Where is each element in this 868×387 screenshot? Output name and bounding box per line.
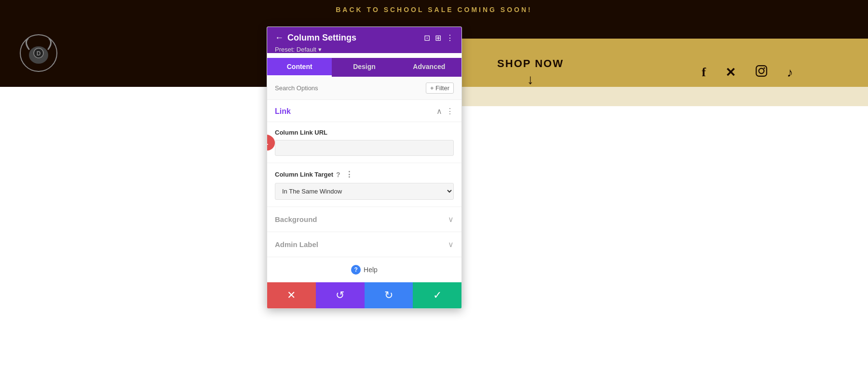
panel-title-row: ← Column Settings ⊡ ⊞ ⋮ <box>275 33 454 43</box>
cancel-button[interactable]: ✕ <box>267 282 316 308</box>
facebook-icon[interactable]: f <box>702 65 706 80</box>
collapse-icon[interactable]: ∧ <box>436 107 442 116</box>
column-link-url-input[interactable] <box>275 140 454 156</box>
panel-title-text: Column Settings <box>287 33 356 43</box>
shop-now-label: SHOP NOW <box>497 57 564 70</box>
filter-button[interactable]: + Filter <box>426 83 454 94</box>
columns-icon[interactable]: ⊞ <box>435 33 441 42</box>
section-controls: ∧ ⋮ <box>436 107 454 116</box>
tab-content[interactable]: Content <box>267 58 332 77</box>
resize-icon[interactable]: ⊡ <box>424 33 430 42</box>
panel-preset[interactable]: Preset: Default ▾ <box>275 46 454 53</box>
column-link-target-select[interactable]: In The Same Window In A New Tab <box>275 183 454 200</box>
target-more-icon[interactable]: ⋮ <box>345 170 353 179</box>
panel-header-icons: ⊡ ⊞ ⋮ <box>424 33 454 42</box>
admin-label-section[interactable]: Admin Label ∨ <box>267 232 461 257</box>
help-tooltip-icon[interactable]: ? <box>336 171 340 179</box>
logo-icon: D <box>19 34 58 72</box>
logo-area: D <box>19 34 58 72</box>
background-section[interactable]: Background ∨ <box>267 207 461 232</box>
shop-now-area[interactable]: SHOP NOW ↓ <box>434 39 627 106</box>
link-section-title: Link <box>275 107 291 116</box>
back-icon[interactable]: ← <box>275 33 284 43</box>
column-link-url-label: Column Link URL <box>275 129 454 136</box>
banner-text: BACK TO SCHOOL SALE COMING SOON! <box>336 6 532 14</box>
panel-title: ← Column Settings <box>275 33 356 43</box>
more-options-icon[interactable]: ⋮ <box>446 33 454 42</box>
svg-text:D: D <box>37 50 41 57</box>
search-input[interactable] <box>275 84 422 92</box>
save-button[interactable]: ✓ <box>413 282 461 308</box>
tab-advanced[interactable]: Advanced <box>397 58 461 77</box>
preset-label: Preset: Default <box>275 46 316 53</box>
link-section-more[interactable]: ⋮ <box>446 107 454 116</box>
tiktok-icon[interactable]: ♪ <box>787 65 793 80</box>
background-chevron: ∨ <box>448 215 454 224</box>
undo-button[interactable]: ↺ <box>316 282 365 308</box>
panel-search: + Filter <box>267 77 461 100</box>
preset-chevron: ▾ <box>318 46 322 53</box>
help-row[interactable]: ? Help <box>267 257 461 282</box>
column-settings-panel: 1 ← Column Settings ⊡ ⊞ ⋮ Preset: Defaul… <box>267 27 462 309</box>
panel-actions: ✕ ↺ ↻ ✓ <box>267 282 461 308</box>
tab-design[interactable]: Design <box>332 58 396 77</box>
admin-label-chevron: ∨ <box>448 240 454 249</box>
link-section-header: Link ∧ ⋮ <box>267 100 461 122</box>
redo-button[interactable]: ↻ <box>365 282 413 308</box>
column-link-target-field: Column Link Target ? ⋮ In The Same Windo… <box>267 163 461 207</box>
panel-body: + Filter Link ∧ ⋮ 1 Column Link URL Colu… <box>267 77 461 282</box>
svg-point-5 <box>759 68 764 73</box>
twitter-icon[interactable]: ✕ <box>725 65 736 80</box>
panel-tabs: Content Design Advanced <box>267 58 461 77</box>
svg-point-6 <box>763 67 765 69</box>
svg-rect-4 <box>756 66 767 76</box>
right-social: f ✕ ♪ <box>627 39 868 106</box>
instagram-icon[interactable] <box>755 65 768 81</box>
shop-now-arrow: ↓ <box>527 72 534 87</box>
background-section-title: Background <box>275 215 317 223</box>
column-link-target-label: Column Link Target ? ⋮ <box>275 170 454 179</box>
help-label: Help <box>364 266 378 274</box>
admin-label-section-title: Admin Label <box>275 240 318 249</box>
panel-header: ← Column Settings ⊡ ⊞ ⋮ Preset: Default … <box>267 27 461 53</box>
top-banner: BACK TO SCHOOL SALE COMING SOON! <box>0 0 868 19</box>
column-link-url-field: 1 Column Link URL <box>267 122 461 163</box>
help-circle-icon: ? <box>351 265 361 275</box>
